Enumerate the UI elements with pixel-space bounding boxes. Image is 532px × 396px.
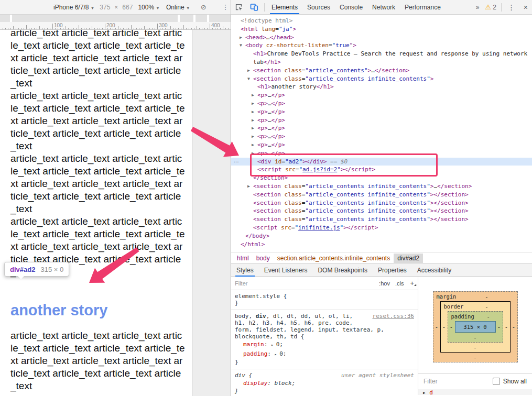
expand-arrow-icon[interactable]: ▶ (252, 141, 257, 149)
chevron-down-icon: ▼ (156, 6, 160, 10)
tree-row[interactable]: <h1>another story</h1> (231, 83, 532, 91)
more-tabs-icon[interactable]: » (473, 4, 483, 11)
tree-row[interactable]: ▶<p>…</p> (231, 133, 532, 141)
computed-filter-input[interactable]: Filter (424, 378, 493, 385)
tree-row[interactable]: ▼<section class="article_contents infini… (231, 75, 532, 83)
article-text-line: le_text article_text article_text articl… (10, 342, 182, 355)
css-property-display[interactable]: display: block; (235, 379, 414, 388)
style-rules-pane: Filter :hov .cls + element.style { } res… (231, 277, 418, 395)
expand-arrow-icon[interactable]: ▶ (247, 67, 253, 75)
show-all-checkbox[interactable]: Show all (493, 378, 527, 385)
tree-row[interactable]: ▶<head>…</head> (231, 34, 532, 42)
inspect-element-icon[interactable] (235, 3, 243, 11)
expand-arrow-icon[interactable]: ▶ (252, 100, 257, 108)
viewport-width-field[interactable]: 375 (100, 4, 110, 11)
tree-row[interactable]: <h1>Chrome DevTools Practice – Search th… (231, 50, 532, 58)
tree-row[interactable]: <section class="article_contents infinit… (231, 207, 532, 215)
css-property-margin[interactable]: margin: ▸ 0; (235, 340, 414, 349)
zoom-select[interactable]: 100%▼ (138, 4, 160, 11)
expand-arrow-icon[interactable]: ▶ (240, 34, 245, 42)
tree-row[interactable]: <!doctype html> (231, 17, 532, 25)
ruler-label: 200 (106, 23, 115, 28)
stylesheet-link[interactable]: reset.css:36 (373, 313, 414, 320)
collapse-arrow-icon[interactable]: ▼ (240, 41, 245, 50)
breadcrumb-section-article-contents-infinite-contents[interactable]: section.article_contents.infinite_conten… (274, 254, 394, 263)
throttle-select[interactable]: Online▼ (166, 4, 190, 11)
tree-row[interactable]: ▶<p>…</p> (231, 108, 532, 116)
tree-row[interactable]: ▶<p>…</p> (231, 116, 532, 125)
tab-styles[interactable]: Styles (231, 264, 259, 277)
expand-arrow-icon[interactable]: ▶ (252, 108, 257, 116)
toolbar-separator (501, 3, 502, 12)
close-icon[interactable]: × (519, 3, 532, 12)
computed-sidebar: margin- - border- - padding- - 315 × 0 (418, 277, 532, 395)
breadcrumb-body[interactable]: body (253, 254, 274, 263)
article-paragraphs: article_text article_text article_text a… (10, 29, 182, 278)
chevron-down-icon: ▼ (90, 6, 94, 10)
viewport-height-field[interactable]: 667 (122, 4, 133, 11)
tab-sources[interactable]: Sources (302, 1, 335, 14)
element-size-tooltip: div#ad2 315 × 0 (4, 262, 69, 277)
expand-arrow-icon[interactable]: ▶ (252, 124, 257, 133)
devtools-panel: ElementsSourcesConsoleNetworkPerformance… (231, 0, 532, 396)
css-rule-user-agent[interactable]: user agent stylesheet div { display: blo… (231, 369, 418, 395)
expand-arrow-icon[interactable]: ▶ (247, 182, 253, 191)
article-text-line: _text (10, 380, 182, 392)
devtools-menu-icon[interactable]: ⋮ (504, 3, 519, 12)
tree-row[interactable]: tab</h1> (231, 58, 532, 67)
tree-row[interactable]: </html> (231, 240, 532, 249)
breadcrumb-div-ad2[interactable]: div#ad2 (394, 254, 423, 263)
tree-row[interactable]: ▶<section class="article_contents infini… (231, 182, 532, 191)
device-select[interactable]: iPhone 6/7/8▼ (53, 4, 94, 11)
tab-event-listeners[interactable]: Event Listeners (259, 264, 313, 277)
tab-network[interactable]: Network (367, 1, 400, 14)
styles-filter-input[interactable]: Filter (235, 280, 374, 287)
expand-arrow-icon[interactable]: ▶ (252, 116, 257, 125)
expand-arrow-icon[interactable]: ▶ (252, 133, 257, 141)
article-text-line: article_text article_text article_text a… (10, 29, 182, 39)
no-throttle-icon: ⊘ (201, 3, 207, 11)
devtools-toolbar: ElementsSourcesConsoleNetworkPerformance… (231, 0, 532, 15)
warning-count: 2 (493, 4, 496, 11)
node-options-dots[interactable]: … (233, 157, 240, 163)
tree-row[interactable]: <script src="inifinite.js"></script> (231, 224, 532, 232)
expand-shorthand-icon[interactable]: ▸ (275, 352, 280, 357)
tree-row[interactable]: <section class="article_contents infinit… (231, 215, 532, 224)
collapse-arrow-icon[interactable]: ▼ (247, 75, 253, 83)
breadcrumb-html[interactable]: html (233, 254, 253, 263)
tree-row[interactable]: </body> (231, 232, 532, 240)
device-more-menu[interactable]: ⋮ (222, 3, 229, 11)
tab-performance[interactable]: Performance (400, 1, 446, 14)
tree-row[interactable]: ▶<p>…</p> (231, 141, 532, 149)
tree-row[interactable]: ▶<p>…</p> (231, 100, 532, 108)
annotation-rectangle (250, 153, 438, 177)
tab-properties[interactable]: Properties (373, 264, 412, 277)
element-style-rule[interactable]: element.style { } (231, 290, 418, 310)
toggle-hover-state[interactable]: :hov (379, 280, 390, 287)
article-paragraph: article_text article_text article_text a… (10, 329, 182, 392)
tree-row[interactable]: <html lang="ja"> (231, 25, 532, 34)
tab-console[interactable]: Console (335, 1, 367, 14)
new-style-rule-button[interactable]: + (410, 279, 414, 287)
resource-link[interactable]: inifinite.js (298, 224, 340, 231)
expand-shorthand-icon[interactable]: ▸ (271, 343, 276, 347)
tree-row[interactable]: ▶<section class="article_contents">…</se… (231, 67, 532, 75)
tree-row[interactable]: <section class="article_contents infinit… (231, 199, 532, 207)
tab-dom-breakpoints[interactable]: DOM Breakpoints (312, 264, 373, 277)
device-toolbar-toggle-icon[interactable] (250, 3, 258, 11)
tree-row[interactable]: <section class="article_contents infinit… (231, 191, 532, 199)
tree-row[interactable]: ▶<p>…</p> (231, 91, 532, 100)
tree-row[interactable]: ▶<p>…</p> (231, 124, 532, 133)
article-text-line: _text (10, 140, 182, 152)
tab-elements[interactable]: Elements (267, 1, 302, 14)
css-property-padding[interactable]: padding: ▸ 0; (235, 349, 414, 359)
css-rule-reset[interactable]: reset.css:36 body, div, dl, dt, dd, ul, … (231, 310, 418, 369)
issues-badge[interactable]: ⚠ 2 (482, 3, 498, 11)
article-text-line: le_text article_text article_text articl… (10, 102, 182, 115)
toggle-classes[interactable]: .cls (395, 280, 404, 287)
warning-icon: ⚠ (485, 3, 491, 11)
expand-arrow-icon[interactable]: ▶ (252, 91, 257, 100)
tree-row[interactable]: ▼<body cz-shortcut-listen="true"> (231, 41, 532, 50)
tab-accessibility[interactable]: Accessibility (412, 264, 457, 277)
elements-tree: <!doctype html><html lang="ja">▶<head>…<… (231, 15, 532, 252)
